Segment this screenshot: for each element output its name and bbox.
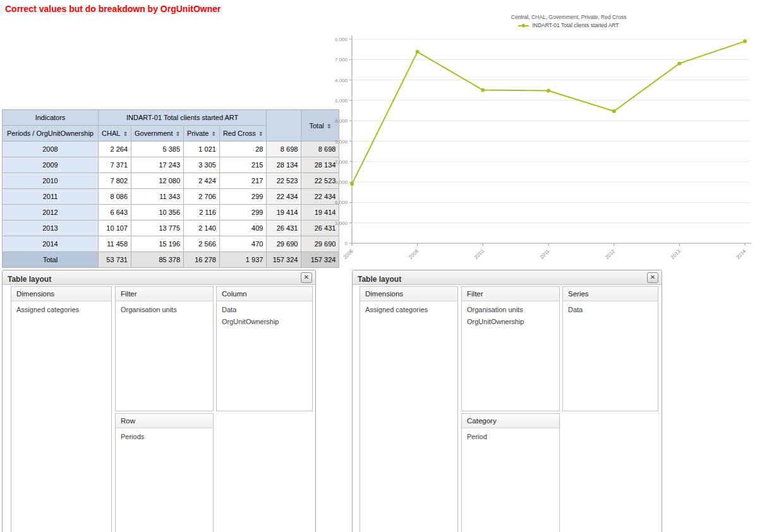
col-header-redcross[interactable]: Red Cross⇕ [219,126,267,142]
total-cell: 8 698 [301,142,339,157]
period-cell: 2013 [3,221,99,236]
value-cell: 28 [219,142,267,157]
value-cell: 12 080 [131,173,184,189]
close-icon[interactable]: ✕ [301,272,312,283]
value-cell: 11 343 [131,189,184,205]
subtotal-cell: 22 434 [267,189,301,205]
svg-text:6,000: 6,000 [335,200,348,205]
value-cell: 217 [219,173,267,189]
total-cell: 29 690 [301,236,339,252]
total-value-cell: 85 378 [131,252,184,268]
dialog-titlebar[interactable]: Table layout ✕ [3,270,315,285]
total-cell: 22 523 [301,173,339,189]
subtotal-cell: 28 134 [267,157,301,173]
column-header: Column [217,287,312,301]
table-row: 2011 8 086 11 343 2 706 299 22 434 22 43… [3,189,339,205]
value-cell: 5 385 [131,142,184,157]
dimension-item[interactable]: Assigned categories [360,306,457,313]
svg-text:2009: 2009 [408,248,420,260]
value-cell: 215 [219,157,267,173]
period-cell: 2009 [3,157,99,173]
series-item[interactable]: Data [563,306,658,313]
dimensions-box: Dimensions Assigned categories [11,286,112,532]
subtotal-cell: 22 523 [267,173,301,189]
filter-item[interactable]: Organisation units [116,306,213,313]
column-item[interactable]: Data [217,306,312,313]
svg-text:21,000: 21,000 [335,98,348,104]
svg-text:2008: 2008 [342,248,354,260]
col-header-label: Private [187,130,209,137]
svg-text:3,000: 3,000 [335,221,348,226]
value-cell: 3 305 [184,157,220,173]
svg-text:27,000: 27,000 [335,57,348,63]
sort-icon[interactable]: ⇕ [211,131,216,137]
period-cell: 2008 [3,142,99,157]
sort-icon[interactable]: ⇕ [258,131,263,137]
value-cell: 7 371 [99,157,131,173]
total-cell: 28 134 [301,157,339,173]
pivot-table: Indicators INDART-01 Total clients start… [2,109,339,268]
svg-text:2014: 2014 [735,248,747,260]
subtotal-cell: 19 414 [267,205,301,221]
col-header-label: Government [135,130,173,137]
dimensions-header: Dimensions [360,287,457,301]
dialog-title: Table layout [8,275,51,284]
svg-text:0: 0 [345,241,348,246]
total-cell: 26 431 [301,221,339,236]
value-cell: 2 706 [184,189,220,205]
filter-item[interactable]: OrgUnitOwnership [462,318,559,325]
dialog-title: Table layout [358,275,401,284]
total-column-header[interactable]: Total⇕ [301,110,339,142]
period-cell: 2010 [3,173,99,189]
grand-total-cell: 157 324 [301,252,339,268]
table-row: 2008 2 264 5 385 1 021 28 8 698 8 698 [3,142,339,157]
total-row-label: Total [3,252,99,268]
table-layout-dialog-right: Table layout ✕ Dimensions Assigned categ… [352,270,662,532]
dimensions-box: Dimensions Assigned categories [360,286,458,532]
svg-text:24,000: 24,000 [335,78,348,83]
col-header-label: Red Cross [223,130,256,137]
table-row: 2014 11 458 15 196 2 566 470 29 690 29 6… [3,236,339,252]
filter-header: Filter [462,287,559,301]
value-cell: 8 086 [99,189,131,205]
table-row: 2009 7 371 17 243 3 305 215 28 134 28 13… [3,157,339,173]
filter-item[interactable]: Organisation units [462,306,559,313]
category-item[interactable]: Period [462,433,559,440]
page-annotation: Correct values but do breakdown by OrgUn… [5,4,221,14]
sort-icon[interactable]: ⇕ [327,123,332,130]
value-cell: 2 566 [184,236,220,252]
series-header: Series [563,287,658,301]
col-header-chal[interactable]: CHAL⇕ [99,126,131,142]
close-icon[interactable]: ✕ [647,272,658,283]
sort-icon[interactable]: ⇕ [176,131,181,137]
value-cell: 2 264 [99,142,131,157]
col-header-private[interactable]: Private⇕ [184,126,220,142]
value-cell: 13 775 [131,221,184,236]
corner-indicators: Indicators [3,110,99,126]
category-box: Category Period [461,413,560,532]
total-cell: 19 414 [301,205,339,221]
value-cell: 1 021 [184,142,220,157]
sort-icon[interactable]: ⇕ [123,131,128,137]
total-cell: 22 434 [301,189,339,205]
value-cell: 470 [219,236,267,252]
table-row: 2010 7 802 12 080 2 424 217 22 523 22 52… [3,173,339,189]
empty-column-header [267,110,301,142]
svg-text:2012: 2012 [604,248,616,260]
dialog-titlebar[interactable]: Table layout ✕ [353,270,662,285]
table-layout-dialog-left: Table layout ✕ Dimensions Assigned categ… [2,270,316,532]
col-header-government[interactable]: Government⇕ [131,126,184,142]
value-cell: 7 802 [99,173,131,189]
subtotal-cell: 26 431 [267,221,301,236]
dimension-item[interactable]: Assigned categories [11,306,111,313]
column-item[interactable]: OrgUnitOwnership [217,318,312,325]
value-cell: 299 [219,189,267,205]
value-cell: 17 243 [131,157,184,173]
column-box: Column Data OrgUnitOwnership [216,286,313,411]
value-cell: 299 [219,205,267,221]
row-item[interactable]: Periods [116,433,213,440]
row-header: Row [116,414,213,428]
total-value-cell: 157 324 [267,252,301,268]
category-header: Category [462,414,559,428]
filter-header: Filter [116,287,213,301]
